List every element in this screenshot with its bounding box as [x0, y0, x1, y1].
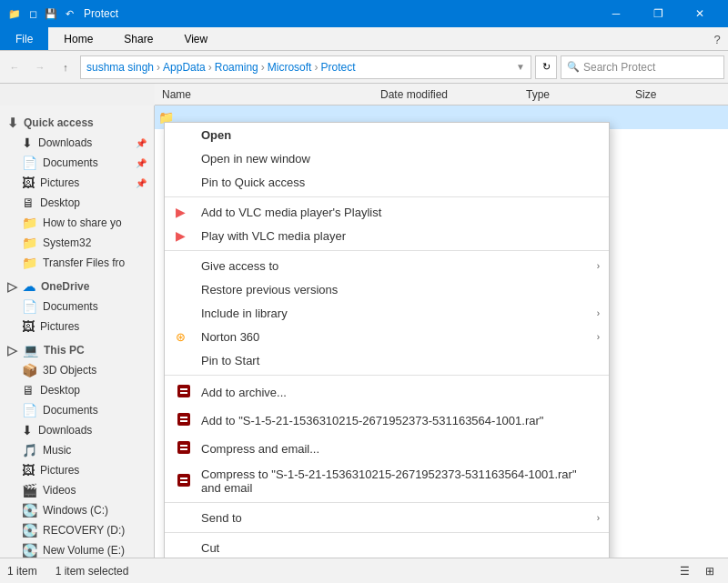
ctx-play-vlc[interactable]: ▶ Play with VLC media player: [165, 224, 609, 247]
sidebar-item-desktop[interactable]: 🖥 Desktop: [0, 193, 154, 213]
sidebar-new-volume-e[interactable]: 💽 New Volume (E:): [0, 540, 154, 558]
pictures-pin-icon: 📌: [136, 178, 147, 188]
sidebar-pc-pictures-label: Pictures: [40, 464, 79, 477]
tab-file[interactable]: File: [0, 27, 48, 50]
svg-rect-1: [180, 388, 187, 390]
sidebar-section-quick-access[interactable]: ⬇ Quick access: [0, 113, 154, 133]
quick-access-icon1[interactable]: ◻: [25, 6, 40, 21]
svg-rect-0: [177, 385, 190, 397]
sidebar-section-onedrive[interactable]: ▷ ☁ OneDrive: [0, 276, 154, 297]
breadcrumb-microsoft[interactable]: Microsoft: [268, 61, 312, 74]
maximize-button[interactable]: ❐: [637, 0, 679, 27]
ctx-pin-start[interactable]: Pin to Start: [165, 348, 609, 372]
ctx-norton-icon: ⊛: [176, 330, 196, 344]
ctx-norton-arrow: ›: [597, 332, 600, 342]
window-title: Protect: [84, 7, 595, 20]
recovery-d-icon: 💽: [22, 523, 37, 538]
ctx-compress-email[interactable]: Compress and email...: [165, 435, 609, 463]
sidebar-documents-label: Documents: [43, 156, 98, 169]
sidebar-item-documents[interactable]: 📄 Documents 📌: [0, 153, 154, 173]
large-icons-view-button[interactable]: ⊞: [699, 560, 721, 582]
sidebar-pc-documents-label: Documents: [43, 404, 98, 417]
title-controls: ─ ❐ ✕: [595, 0, 721, 27]
title-bar: 📁 ◻ 💾 ↶ Protect ─ ❐ ✕: [0, 0, 728, 27]
address-row: ← → ↑ sushma singh › AppData › Roaming ›…: [0, 51, 728, 84]
quick-access-icon3[interactable]: ↶: [62, 6, 76, 21]
quick-access-icon2[interactable]: 💾: [44, 6, 58, 21]
sidebar-onedrive-documents-label: Documents: [43, 300, 98, 313]
forward-button[interactable]: →: [29, 56, 51, 78]
sidebar-section-this-pc[interactable]: ▷ 💻 This PC: [0, 340, 154, 360]
title-bar-icons: 📁 ◻ 💾 ↶: [7, 6, 76, 21]
sidebar-pc-videos[interactable]: 🎬 Videos: [0, 480, 154, 500]
col-header-date[interactable]: Date modified: [373, 84, 519, 105]
quick-access-expand-icon: ⬇: [7, 116, 18, 130]
breadcrumb-sushma[interactable]: sushma singh: [86, 61, 154, 74]
downloads-icon: ⬇: [22, 136, 33, 150]
refresh-button[interactable]: ↻: [535, 55, 557, 79]
sidebar-pc-desktop[interactable]: 🖥 Desktop: [0, 380, 154, 400]
sidebar-pictures-label: Pictures: [40, 176, 79, 189]
selection-info: 1 item selected: [56, 565, 129, 578]
ctx-vlc-play-icon: ▶: [176, 228, 196, 243]
content-area: 📁 Open Open in new window Pin to Quick a…: [155, 106, 728, 558]
tab-share[interactable]: Share: [108, 27, 168, 50]
details-view-button[interactable]: ☰: [673, 560, 695, 582]
sidebar-item-how-to-share[interactable]: 📁 How to share yo: [0, 213, 154, 233]
ctx-add-archive[interactable]: Add to archive...: [165, 378, 609, 407]
search-box[interactable]: 🔍 Search Protect: [561, 55, 724, 79]
ctx-restore-versions[interactable]: Restore previous versions: [165, 277, 609, 301]
col-header-size[interactable]: Size: [628, 84, 728, 105]
breadcrumb-roaming[interactable]: Roaming: [215, 61, 258, 74]
sidebar-onedrive-documents[interactable]: 📄 Documents: [0, 297, 154, 317]
svg-rect-7: [180, 445, 187, 447]
ctx-add-vlc-playlist[interactable]: ▶ Add to VLC media player's Playlist: [165, 200, 609, 224]
tab-view[interactable]: View: [168, 27, 223, 50]
sidebar-onedrive-pictures[interactable]: 🖼 Pictures: [0, 317, 154, 337]
minimize-button[interactable]: ─: [595, 0, 637, 27]
sidebar-item-pictures[interactable]: 🖼 Pictures 📌: [0, 173, 154, 193]
back-button[interactable]: ←: [4, 56, 25, 78]
help-button[interactable]: ?: [706, 28, 728, 50]
sidebar-windows-c[interactable]: 💽 Windows (C:): [0, 500, 154, 520]
ctx-pin-quick-access[interactable]: Pin to Quick access: [165, 170, 609, 194]
ctx-open[interactable]: Open: [165, 123, 609, 146]
ctx-norton360[interactable]: ⊛ Norton 360 ›: [165, 325, 609, 348]
svg-rect-9: [177, 474, 190, 487]
this-pc-expand-icon: ▷: [7, 343, 17, 357]
ctx-vlc-playlist-icon: ▶: [176, 205, 196, 219]
ctx-cut[interactable]: Cut: [165, 536, 609, 558]
ctx-open-new-window[interactable]: Open in new window: [165, 146, 609, 170]
svg-rect-6: [177, 441, 190, 454]
sidebar-pc-music[interactable]: 🎵 Music: [0, 440, 154, 460]
ctx-give-access[interactable]: Give access to ›: [165, 254, 609, 277]
breadcrumb-protect[interactable]: Protect: [320, 61, 355, 74]
svg-rect-4: [180, 417, 187, 418]
up-button[interactable]: ↑: [55, 56, 76, 78]
col-header-name[interactable]: Name: [155, 84, 373, 105]
sidebar-item-system32[interactable]: 📁 System32: [0, 233, 154, 253]
ctx-add-rar[interactable]: Add to "S-1-5-21-1536310215-2671952373-5…: [165, 407, 609, 435]
ctx-archive-icon: [176, 383, 196, 402]
sidebar-pc-pictures[interactable]: 🖼 Pictures: [0, 460, 154, 480]
sidebar-pc-downloads-label: Downloads: [38, 424, 92, 437]
sidebar-pc-documents[interactable]: 📄 Documents: [0, 400, 154, 420]
close-button[interactable]: ✕: [679, 0, 721, 27]
sidebar-3d-objects[interactable]: 📦 3D Objects: [0, 360, 154, 380]
onedrive-expand-icon: ▷: [7, 279, 17, 294]
sidebar-item-transfer-files[interactable]: 📁 Transfer Files fro: [0, 253, 154, 273]
ctx-send-to[interactable]: Send to ›: [165, 506, 609, 529]
sidebar-onedrive-label: OneDrive: [41, 280, 89, 293]
ctx-include-library[interactable]: Include in library ›: [165, 301, 609, 325]
col-header-type[interactable]: Type: [519, 84, 628, 105]
pc-downloads-icon: ⬇: [22, 423, 33, 437]
onedrive-cloud-icon: ☁: [23, 279, 35, 294]
tab-home[interactable]: Home: [48, 27, 108, 50]
sidebar-item-downloads[interactable]: ⬇ Downloads 📌: [0, 133, 154, 153]
pc-videos-icon: 🎬: [22, 483, 37, 498]
ctx-compress-rar-email[interactable]: Compress to "S-1-5-21-1536310215-2671952…: [165, 463, 609, 499]
address-bar[interactable]: sushma singh › AppData › Roaming › Micro…: [80, 55, 531, 79]
sidebar-recovery-d[interactable]: 💽 RECOVERY (D:): [0, 520, 154, 540]
breadcrumb-appdata[interactable]: AppData: [163, 61, 206, 74]
sidebar-pc-downloads[interactable]: ⬇ Downloads: [0, 420, 154, 440]
